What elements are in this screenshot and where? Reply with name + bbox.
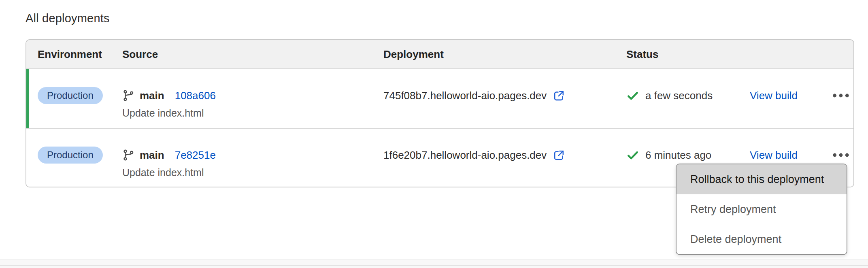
branch-name: main [140,149,164,162]
deployment-url: 745f08b7.helloworld-aio.pages.dev [383,89,547,102]
header-source: Source [122,48,383,61]
header-deployment: Deployment [383,48,626,61]
menu-item-retry[interactable]: Retry deployment [677,194,847,224]
commit-link[interactable]: 108a606 [175,89,216,102]
check-icon [626,89,639,102]
view-build-link[interactable]: View build [750,89,798,102]
table-header-row: Environment Source Deployment Status [26,40,853,69]
active-deployment-indicator [26,69,29,128]
section-divider [0,259,868,268]
git-branch-icon [122,149,134,161]
check-icon [626,149,639,162]
section-divider-line [0,265,868,266]
ellipsis-icon[interactable] [829,147,853,164]
status-time: 6 minutes ago [645,149,711,162]
branch-name: main [140,89,164,102]
deployments-page: All deployments Environment Source Deplo… [0,0,868,268]
deployment-context-menu: Rollback to this deployment Retry deploy… [676,164,847,255]
commit-message: Update index.html [122,107,383,119]
page-title: All deployments [26,11,110,25]
ellipsis-icon[interactable] [829,87,853,104]
menu-item-delete[interactable]: Delete deployment [677,224,847,254]
environment-badge: Production [38,87,103,104]
table-row: Production main 108a606 Update index.htm… [26,69,853,128]
commit-message: Update index.html [122,167,383,179]
external-link-icon[interactable] [553,89,565,102]
git-branch-icon [122,89,134,102]
status-time: a few seconds [645,89,713,102]
header-environment: Environment [26,48,122,61]
deployment-url: 1f6e20b7.helloworld-aio.pages.dev [383,149,547,162]
header-status: Status [626,48,750,61]
view-build-link[interactable]: View build [750,149,798,162]
menu-item-rollback[interactable]: Rollback to this deployment [677,164,847,194]
commit-link[interactable]: 7e8251e [175,149,216,162]
external-link-icon[interactable] [553,149,565,162]
environment-badge: Production [38,147,103,164]
